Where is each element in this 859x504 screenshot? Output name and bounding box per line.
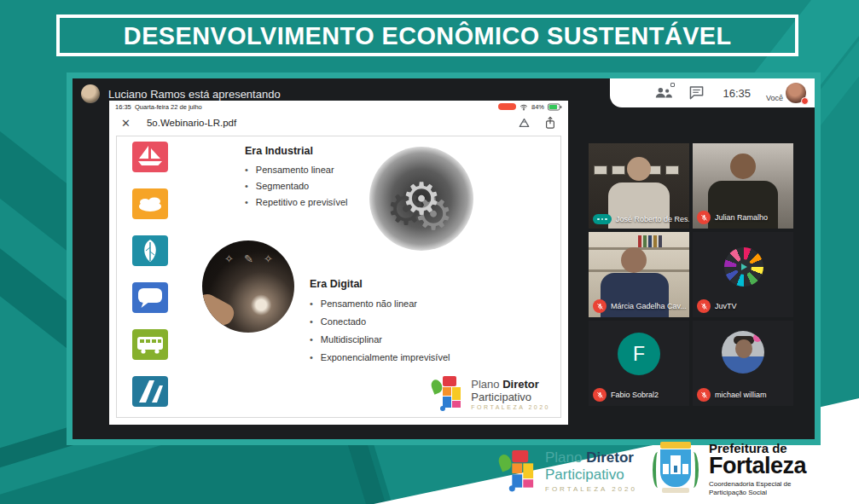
gears-photo: ⚙ <box>369 147 473 251</box>
juvtv-logo-avatar <box>724 247 763 287</box>
slide-page: Era Industrial •Pensamento linear •Segme… <box>116 136 561 418</box>
share-icon[interactable] <box>544 116 556 130</box>
prefeitura-line3: Coordenadoria Especial deParticipação So… <box>709 480 806 496</box>
letter-avatar: F <box>618 333 660 375</box>
drive-icon[interactable] <box>518 118 531 129</box>
mic-muted-icon <box>593 388 607 402</box>
page-title: DESENVOLVIMENTO ECONÔMICO SUSTENTÁVEL <box>124 21 732 50</box>
battery-icon <box>548 103 562 111</box>
participants-icon[interactable] <box>654 85 673 101</box>
participant-tile[interactable]: F Fabio Sobral2 <box>589 321 689 406</box>
participant-tile[interactable]: JuvTV <box>693 232 793 317</box>
speaking-indicator <box>593 214 612 224</box>
bus-icon <box>132 329 168 360</box>
pdf-filename: 5o.Webinario-LR.pdf <box>147 118 518 128</box>
wifi-icon <box>519 103 528 111</box>
fortaleza-crest-icon <box>651 442 700 496</box>
presenter-avatar <box>81 84 100 103</box>
close-icon[interactable]: ✕ <box>121 117 131 130</box>
pdf-toolbar: ✕ 5o.Webinario-LR.pdf <box>109 112 568 134</box>
era-digital-bullets: •Pensamento não linear •Conectado •Multi… <box>310 295 450 367</box>
era-industrial-section: Era Industrial •Pensamento linear •Segme… <box>245 145 347 211</box>
plano-diretor-logo-icon <box>432 376 464 412</box>
participant-tile[interactable]: Julian Ramalho <box>693 143 793 229</box>
screen-record-indicator <box>498 103 516 110</box>
you-label: Você <box>766 94 783 102</box>
chat-icon[interactable] <box>688 85 707 101</box>
era-industrial-title: Era Industrial <box>245 145 347 157</box>
participant-name: Julian Ramalho <box>715 213 768 222</box>
era-digital-section: Era Digital •Pensamento não linear •Cone… <box>310 278 450 367</box>
background-books <box>638 235 662 247</box>
mic-muted-icon <box>697 388 711 402</box>
mic-muted-icon <box>697 211 711 224</box>
era-industrial-bullets: •Pensamento linear •Segmentado •Repetiti… <box>245 162 347 211</box>
participant-name: Márcia Gadelha Cav... <box>611 302 687 310</box>
plano-diretor-logo: Plano Diretor Participativo FORTALEZA 20… <box>432 376 550 412</box>
clock: 16:35 <box>723 87 751 100</box>
participant-name: José Roberto de Res... <box>616 215 689 223</box>
participant-tile[interactable]: michael william <box>693 321 793 406</box>
participant-name: Fabio Sobral2 <box>611 391 659 399</box>
cloud-icon <box>132 188 168 219</box>
participants-grid: José Roberto de Res... Julian Ramalho <box>589 143 793 406</box>
era-digital-title: Era Digital <box>310 278 450 290</box>
participant-name: michael william <box>715 391 767 399</box>
participant-name: JuvTV <box>715 302 737 310</box>
participant-count-badge <box>670 83 675 87</box>
mic-muted-icon <box>697 299 711 313</box>
leaf-icon <box>132 235 168 266</box>
presenter-status-text: Luciano Ramos está apresentando <box>108 88 281 101</box>
tablet-clock-date: 16:35 Quarta-feira 22 de julho <box>115 103 202 111</box>
plano-diretor-logo-icon <box>499 450 545 501</box>
screenshot-stage: DESENVOLVIMENTO ECONÔMICO SUSTENTÁVEL Lu… <box>0 0 859 504</box>
finger-touch-photo: ✧ ✎ ✧ <box>202 240 294 333</box>
prefeitura-line2: Fortaleza <box>709 455 806 478</box>
photo-avatar <box>722 331 764 374</box>
footer-plano-diretor-logo: Plano Diretor Participativo FORTALEZA 20… <box>499 449 637 493</box>
tablet-status-bar: 16:35 Quarta-feira 22 de julho 84% <box>109 101 568 112</box>
speech-bubble-icon <box>132 282 168 313</box>
battery-percent: 84% <box>531 103 544 111</box>
mic-muted-icon <box>593 299 607 313</box>
footer-prefeitura-logo: Prefeitura de Fortaleza Coordenadoria Es… <box>651 442 806 496</box>
self-view[interactable]: Você <box>766 83 806 103</box>
shared-screen: 16:35 Quarta-feira 22 de julho 84% ✕ 5o.… <box>109 101 568 425</box>
meet-topbar: 16:35 Você <box>610 78 815 107</box>
road-icon <box>132 376 168 407</box>
self-status-dot <box>801 97 809 105</box>
meet-window: Luciano Ramos está apresentando 16:35 Vo… <box>67 72 821 445</box>
title-banner: DESENVOLVIMENTO ECONÔMICO SUSTENTÁVEL <box>56 14 798 56</box>
participant-tile[interactable]: Márcia Gadelha Cav... <box>589 232 689 317</box>
sailboat-icon <box>132 142 168 172</box>
participant-tile[interactable]: José Roberto de Res... <box>589 143 689 229</box>
